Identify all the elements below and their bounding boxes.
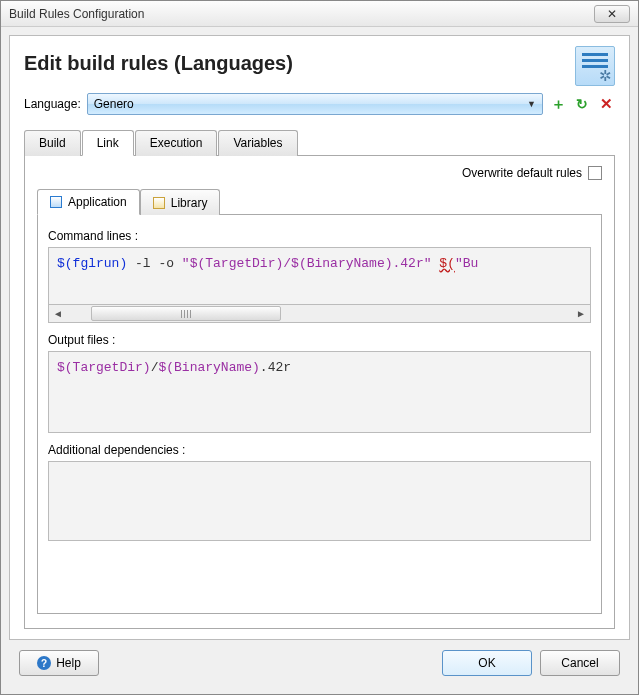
cl-tok4: $(TargetDir) <box>190 256 284 271</box>
tab-build[interactable]: Build <box>24 130 81 156</box>
tab-link-panel: Overwrite default rules Application Libr… <box>24 155 615 629</box>
overwrite-row: Overwrite default rules <box>37 166 602 180</box>
tab-application-label: Application <box>68 195 127 209</box>
help-label: Help <box>56 656 81 670</box>
overwrite-checkbox[interactable] <box>588 166 602 180</box>
cancel-button[interactable]: Cancel <box>540 650 620 676</box>
library-icon <box>153 197 165 209</box>
of-tok1: $(TargetDir) <box>57 360 151 375</box>
language-select[interactable]: Genero ▼ <box>87 93 543 115</box>
outer-tabs: Build Link Execution Variables <box>24 129 615 155</box>
cl-tok5: / <box>283 256 291 271</box>
inner-tabs: Application Library <box>37 188 602 214</box>
ok-button[interactable]: OK <box>442 650 532 676</box>
language-row: Language: Genero ▼ ＋ ↻ ✕ <box>24 93 615 115</box>
language-label: Language: <box>24 97 81 111</box>
cl-tok9: $( <box>439 256 455 271</box>
application-icon <box>50 196 62 208</box>
command-lines-input[interactable]: $(fglrun) -l -o "$(TargetDir)/$(BinaryNa… <box>48 247 591 305</box>
output-files-input[interactable]: $(TargetDir)/$(BinaryName).42r <box>48 351 591 433</box>
content-area: Edit build rules (Languages) Language: G… <box>1 27 638 694</box>
ok-label: OK <box>478 656 495 670</box>
refresh-button[interactable]: ↻ <box>573 95 591 113</box>
cl-tok6: $(BinaryName) <box>291 256 392 271</box>
page-title: Edit build rules (Languages) <box>24 52 293 75</box>
tab-application[interactable]: Application <box>37 189 140 215</box>
cl-tok3: " <box>182 256 190 271</box>
window-title: Build Rules Configuration <box>9 7 144 21</box>
additional-deps-input[interactable] <box>48 461 591 541</box>
scroll-thumb[interactable] <box>91 306 281 321</box>
scroll-right-button[interactable]: ► <box>572 305 590 322</box>
tab-library-label: Library <box>171 196 208 210</box>
tab-build-label: Build <box>39 136 66 150</box>
delete-language-button[interactable]: ✕ <box>597 95 615 113</box>
dialog-footer: ? Help OK Cancel <box>9 640 630 686</box>
window-close-button[interactable]: ✕ <box>594 5 630 23</box>
overwrite-label: Overwrite default rules <box>462 166 582 180</box>
cl-tok2: -l -o <box>127 256 182 271</box>
cl-tok7: .42r <box>393 256 424 271</box>
add-language-button[interactable]: ＋ <box>549 95 567 113</box>
cl-tok1: $(fglrun) <box>57 256 127 271</box>
close-icon: ✕ <box>607 7 617 21</box>
cl-tok8: " <box>424 256 440 271</box>
of-tok3: $(BinaryName) <box>158 360 259 375</box>
tab-variables[interactable]: Variables <box>218 130 297 156</box>
tab-link-label: Link <box>97 136 119 150</box>
dialog-window: Build Rules Configuration ✕ Edit build r… <box>0 0 639 695</box>
additional-deps-label: Additional dependencies : <box>48 443 591 457</box>
tab-variables-label: Variables <box>233 136 282 150</box>
help-button[interactable]: ? Help <box>19 650 99 676</box>
command-lines-hscroll[interactable]: ◄ ► <box>48 305 591 323</box>
scroll-track[interactable] <box>67 305 572 322</box>
tab-execution[interactable]: Execution <box>135 130 218 156</box>
footer-right: OK Cancel <box>442 650 620 676</box>
cl-tok10: "Bu <box>455 256 478 271</box>
command-lines-label: Command lines : <box>48 229 591 243</box>
output-files-label: Output files : <box>48 333 591 347</box>
chevron-down-icon: ▼ <box>527 99 536 109</box>
language-value: Genero <box>94 97 134 111</box>
tab-application-panel: Command lines : $(fglrun) -l -o "$(Targe… <box>37 214 602 614</box>
help-icon: ? <box>37 656 51 670</box>
tab-library[interactable]: Library <box>140 189 221 215</box>
cancel-label: Cancel <box>561 656 598 670</box>
tab-link[interactable]: Link <box>82 130 134 156</box>
main-panel: Edit build rules (Languages) Language: G… <box>9 35 630 640</box>
rules-icon <box>575 46 615 86</box>
tab-execution-label: Execution <box>150 136 203 150</box>
of-tok4: .42r <box>260 360 291 375</box>
scroll-left-button[interactable]: ◄ <box>49 305 67 322</box>
heading-row: Edit build rules (Languages) <box>24 46 615 93</box>
titlebar: Build Rules Configuration ✕ <box>1 1 638 27</box>
